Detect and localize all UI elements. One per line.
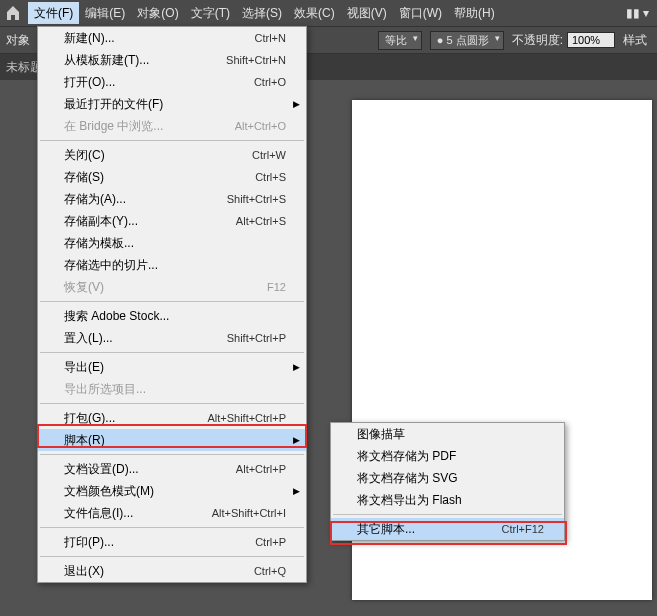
menu-separator [40,301,304,302]
menu-item-label: 文档颜色模式(M) [64,483,286,500]
menu-item-shortcut: Shift+Ctrl+N [226,54,286,66]
file-menu-item-18: 导出所选项目... [38,378,306,400]
file-menu-item-9[interactable]: 存储副本(Y)...Alt+Ctrl+S [38,210,306,232]
file-menu-item-1[interactable]: 从模板新建(T)...Shift+Ctrl+N [38,49,306,71]
menu-item-label: 存储副本(Y)... [64,213,236,230]
menubar: 文件(F)编辑(E)对象(O)文字(T)选择(S)效果(C)视图(V)窗口(W)… [0,0,657,26]
file-menu-item-27[interactable]: 打印(P)...Ctrl+P [38,531,306,553]
file-menu-item-2[interactable]: 打开(O)...Ctrl+O [38,71,306,93]
file-menu-dropdown: 新建(N)...Ctrl+N从模板新建(T)...Shift+Ctrl+N打开(… [37,26,307,583]
menu-item-shortcut: Alt+Ctrl+P [236,463,286,475]
menu-item-label: 置入(L)... [64,330,227,347]
layout-icon[interactable]: ▮▮ ▾ [622,4,653,22]
file-menu-item-23[interactable]: 文档设置(D)...Alt+Ctrl+P [38,458,306,480]
menu-item-shortcut: Ctrl+O [254,76,286,88]
menu-separator [40,527,304,528]
menu-item-shortcut: Alt+Ctrl+O [235,120,286,132]
menu-item-label: 存储为(A)... [64,191,227,208]
menu-效果[interactable]: 效果(C) [288,2,341,24]
menu-item-label: 打包(G)... [64,410,207,427]
file-menu-item-10[interactable]: 存储为模板... [38,232,306,254]
file-menu-item-14[interactable]: 搜索 Adobe Stock... [38,305,306,327]
menu-item-label: 搜索 Adobe Stock... [64,308,286,325]
menu-item-label: 文件信息(I)... [64,505,212,522]
submenu-arrow-icon: ▶ [293,99,300,109]
script-submenu-item-0[interactable]: 图像描草 [331,423,564,445]
menu-选择[interactable]: 选择(S) [236,2,288,24]
menu-item-shortcut: Ctrl+Q [254,565,286,577]
opacity-value[interactable]: 100% [567,32,615,48]
menu-item-shortcut: Ctrl+S [255,171,286,183]
menu-item-shortcut: Ctrl+N [255,32,286,44]
menu-item-label: 导出所选项目... [64,381,286,398]
menu-item-shortcut: Ctrl+W [252,149,286,161]
menu-item-shortcut: Alt+Shift+Ctrl+P [207,412,286,424]
script-submenu-item-3[interactable]: 将文档导出为 Flash [331,489,564,511]
menu-item-shortcut: Ctrl+P [255,536,286,548]
menu-item-label: 从模板新建(T)... [64,52,226,69]
menu-item-label: 最近打开的文件(F) [64,96,286,113]
file-menu-item-20[interactable]: 打包(G)...Alt+Shift+Ctrl+P [38,407,306,429]
menu-item-shortcut: Shift+Ctrl+S [227,193,286,205]
menu-item-label: 在 Bridge 中浏览... [64,118,235,135]
menu-item-label: 导出(E) [64,359,286,376]
menu-视图[interactable]: 视图(V) [341,2,393,24]
menu-item-shortcut: Ctrl+F12 [502,523,545,535]
menu-item-label: 将文档导出为 Flash [357,492,544,509]
file-menu-item-25[interactable]: 文件信息(I)...Alt+Shift+Ctrl+I [38,502,306,524]
menu-文字[interactable]: 文字(T) [185,2,236,24]
script-submenu-item-5[interactable]: 其它脚本...Ctrl+F12 [331,518,564,540]
menu-separator [40,556,304,557]
file-menu-item-3[interactable]: 最近打开的文件(F)▶ [38,93,306,115]
menu-帮助[interactable]: 帮助(H) [448,2,501,24]
script-submenu-item-1[interactable]: 将文档存储为 PDF [331,445,564,467]
menu-separator [40,352,304,353]
file-menu-item-29[interactable]: 退出(X)Ctrl+Q [38,560,306,582]
menu-separator [40,140,304,141]
menu-item-label: 存储为模板... [64,235,286,252]
menu-item-shortcut: Shift+Ctrl+P [227,332,286,344]
menu-对象[interactable]: 对象(O) [131,2,184,24]
file-menu-item-0[interactable]: 新建(N)...Ctrl+N [38,27,306,49]
home-icon[interactable] [4,4,22,22]
file-menu-item-24[interactable]: 文档颜色模式(M)▶ [38,480,306,502]
file-menu-item-6[interactable]: 关闭(C)Ctrl+W [38,144,306,166]
proportion-combo[interactable]: 等比 [378,31,422,50]
menu-编辑[interactable]: 编辑(E) [79,2,131,24]
file-menu-item-15[interactable]: 置入(L)...Shift+Ctrl+P [38,327,306,349]
menu-item-label: 打印(P)... [64,534,255,551]
menu-item-shortcut: F12 [267,281,286,293]
menu-item-label: 打开(O)... [64,74,254,91]
file-menu-item-8[interactable]: 存储为(A)...Shift+Ctrl+S [38,188,306,210]
menu-窗口[interactable]: 窗口(W) [393,2,448,24]
submenu-arrow-icon: ▶ [293,486,300,496]
menu-item-label: 脚本(R) [64,432,286,449]
menu-item-label: 存储(S) [64,169,255,186]
menu-separator [333,514,562,515]
menu-separator [40,403,304,404]
menu-item-label: 其它脚本... [357,521,502,538]
file-menu-item-17[interactable]: 导出(E)▶ [38,356,306,378]
file-menu-item-7[interactable]: 存储(S)Ctrl+S [38,166,306,188]
menu-item-label: 将文档存储为 SVG [357,470,544,487]
menu-item-shortcut: Alt+Ctrl+S [236,215,286,227]
menu-item-label: 退出(X) [64,563,254,580]
file-menu-item-21[interactable]: 脚本(R)▶ [38,429,306,451]
file-menu-item-4: 在 Bridge 中浏览...Alt+Ctrl+O [38,115,306,137]
script-submenu-item-2[interactable]: 将文档存储为 SVG [331,467,564,489]
submenu-arrow-icon: ▶ [293,435,300,445]
menu-item-label: 存储选中的切片... [64,257,286,274]
menu-separator [40,454,304,455]
file-menu-item-12: 恢复(V)F12 [38,276,306,298]
menu-item-label: 文档设置(D)... [64,461,236,478]
script-submenu-dropdown: 图像描草将文档存储为 PDF将文档存储为 SVG将文档导出为 Flash其它脚本… [330,422,565,541]
file-menu-item-11[interactable]: 存储选中的切片... [38,254,306,276]
menu-item-label: 新建(N)... [64,30,255,47]
stroke-combo[interactable]: ● 5 点圆形 [430,31,504,50]
menu-文件[interactable]: 文件(F) [28,2,79,24]
style-label: 样式 [623,32,647,49]
opacity-label: 不透明度: [512,32,563,49]
toolbar-label: 对象 [6,32,30,49]
menu-item-label: 恢复(V) [64,279,267,296]
menu-item-shortcut: Alt+Shift+Ctrl+I [212,507,286,519]
